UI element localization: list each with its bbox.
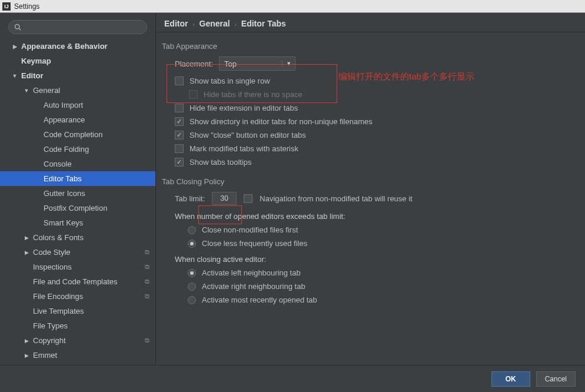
hide-extension-check[interactable]: Hide file extension in editor tabs — [175, 104, 574, 112]
annotation-box-2 — [198, 205, 242, 224]
checkbox-icon — [175, 144, 184, 153]
sidebar-item-postfix-completion[interactable]: Postfix Completion — [0, 201, 155, 215]
breadcrumb-editor[interactable]: Editor — [164, 19, 188, 28]
settings-body: 编辑打开的文件的tab多个多行显示 Tab Appearance Placeme… — [156, 32, 585, 365]
sidebar-item-label: Appearance & Behavior — [21, 42, 108, 51]
hide-extension-label: Hide file extension in editor tabs — [190, 104, 298, 112]
copy-icon: ⧉ — [145, 263, 149, 271]
sidebar-item-label: Gutter Icons — [44, 189, 85, 198]
chevron-right-icon: ▶ — [24, 235, 29, 241]
sidebar-item-appearance[interactable]: Appearance — [0, 112, 155, 127]
content: Editor › General › Editor Tabs 编辑打开的文件的t… — [156, 13, 585, 365]
breadcrumb-general[interactable]: General — [200, 19, 230, 28]
activate-recent-radio[interactable]: Activate most recently opened tab — [188, 295, 574, 304]
svg-line-1 — [19, 28, 21, 30]
tab-limit-input[interactable] — [212, 192, 237, 205]
show-close-label: Show "close" button on editor tabs — [190, 131, 306, 139]
radio-icon — [188, 296, 196, 304]
sidebar-item-file-types[interactable]: File Types — [0, 318, 155, 333]
mark-modified-check[interactable]: Mark modified tabs with asterisk — [175, 144, 574, 153]
activate-recent-label: Activate most recently opened tab — [202, 295, 317, 304]
copy-icon: ⧉ — [145, 293, 149, 300]
chevron-right-icon: ▶ — [24, 353, 29, 358]
close-non-modified-radio[interactable]: Close non-modified files first — [188, 225, 574, 234]
sidebar-item-emmet[interactable]: ▶Emmet — [0, 348, 155, 363]
sidebar-item-label: Inspections — [33, 263, 72, 271]
show-close-check[interactable]: Show "close" button on editor tabs — [175, 131, 574, 139]
sidebar-item-label: Colors & Fonts — [33, 233, 84, 242]
chevron-down-icon: ▼ — [24, 88, 29, 94]
activate-right-label: Activate right neighbouring tab — [202, 282, 305, 291]
mark-modified-label: Mark modified tabs with asterisk — [190, 144, 298, 153]
sidebar: ▶Appearance & BehaviorKeymap▼Editor▼Gene… — [0, 13, 156, 365]
footer: OK Cancel — [0, 365, 585, 392]
sidebar-item-label: Smart Keys — [44, 218, 83, 227]
sidebar-item-editor-tabs[interactable]: Editor Tabs — [0, 171, 155, 186]
sidebar-item-console[interactable]: Console — [0, 157, 155, 171]
sidebar-item-code-style[interactable]: ▶Code Style⧉ — [0, 245, 155, 260]
sidebar-item-label: File Encodings — [33, 292, 83, 301]
window-title: Settings — [14, 2, 39, 11]
sidebar-item-code-folding[interactable]: Code Folding — [0, 142, 155, 157]
sidebar-item-appearance-behavior[interactable]: ▶Appearance & Behavior — [0, 39, 155, 54]
sidebar-item-smart-keys[interactable]: Smart Keys — [0, 215, 155, 230]
sidebar-item-file-and-code-templates[interactable]: File and Code Templates⧉ — [0, 274, 155, 289]
settings-tree: ▶Appearance & BehaviorKeymap▼Editor▼Gene… — [0, 39, 155, 365]
sidebar-item-label: Code Style — [33, 248, 71, 257]
radio-icon — [188, 226, 196, 234]
sidebar-item-label: Code Folding — [44, 145, 89, 154]
checkbox-icon[interactable] — [244, 194, 252, 203]
search-wrap — [0, 18, 155, 39]
show-directory-label: Show directory in editor tabs for non-un… — [190, 117, 373, 126]
show-directory-check[interactable]: Show directory in editor tabs for non-un… — [175, 117, 574, 126]
sidebar-item-code-completion[interactable]: Code Completion — [0, 127, 155, 142]
sidebar-item-label: Keymap — [21, 57, 51, 65]
radio-checked-icon — [188, 240, 196, 248]
sidebar-item-live-templates[interactable]: Live Templates — [0, 304, 155, 318]
cancel-button[interactable]: Cancel — [536, 371, 576, 387]
ok-button[interactable]: OK — [491, 371, 530, 387]
sidebar-item-colors-fonts[interactable]: ▶Colors & Fonts — [0, 230, 155, 245]
activate-left-radio[interactable]: Activate left neighbouring tab — [188, 268, 574, 277]
sidebar-item-label: General — [33, 86, 60, 95]
sidebar-item-label: File Types — [33, 321, 68, 330]
section-tab-appearance: Tab Appearance — [162, 42, 574, 51]
svg-point-0 — [15, 25, 20, 29]
chevron-down-icon: ▼ — [12, 73, 18, 79]
annotation-box-1 — [167, 64, 337, 103]
breadcrumb-editor-tabs[interactable]: Editor Tabs — [241, 19, 286, 28]
sidebar-item-file-encodings[interactable]: File Encodings⧉ — [0, 289, 155, 304]
sidebar-item-inspections[interactable]: Inspections⧉ — [0, 260, 155, 274]
titlebar: IJ Settings — [0, 0, 585, 13]
closing-active-label: When closing active editor: — [175, 255, 574, 264]
annotation-text: 编辑打开的文件的tab多个多行显示 — [338, 71, 474, 82]
chevron-right-icon: ▶ — [12, 44, 18, 49]
close-less-frequent-label: Close less frequently used files — [202, 239, 307, 248]
activate-left-label: Activate left neighbouring tab — [202, 268, 301, 277]
activate-right-radio[interactable]: Activate right neighbouring tab — [188, 282, 574, 291]
chevron-right-icon: ▶ — [24, 250, 29, 255]
show-tooltips-check[interactable]: Show tabs tooltips — [175, 158, 574, 167]
sidebar-item-copyright[interactable]: ▶Copyright⧉ — [0, 333, 155, 348]
sidebar-item-editor[interactable]: ▼Editor — [0, 68, 155, 83]
radio-icon — [188, 283, 196, 291]
sidebar-item-auto-import[interactable]: Auto Import — [0, 98, 155, 112]
sidebar-item-keymap[interactable]: Keymap — [0, 54, 155, 68]
sidebar-item-general[interactable]: ▼General — [0, 83, 155, 98]
close-less-frequent-radio[interactable]: Close less frequently used files — [188, 239, 574, 248]
search-input[interactable] — [8, 20, 147, 34]
chevron-right-icon: › — [192, 21, 194, 28]
sidebar-item-label: Auto Import — [44, 101, 83, 109]
search-icon — [14, 24, 21, 31]
checkbox-checked-icon — [175, 158, 184, 167]
checkbox-checked-icon — [175, 131, 184, 139]
sidebar-item-label: Console — [44, 160, 72, 168]
chevron-right-icon: › — [235, 21, 237, 28]
app-icon: IJ — [2, 2, 11, 11]
breadcrumb: Editor › General › Editor Tabs — [156, 13, 585, 32]
sidebar-item-label: Code Completion — [44, 130, 102, 139]
copy-icon: ⧉ — [145, 337, 149, 344]
sidebar-item-label: File and Code Templates — [33, 277, 118, 286]
sidebar-item-gutter-icons[interactable]: Gutter Icons — [0, 186, 155, 201]
sidebar-item-label: Postfix Completion — [44, 204, 107, 212]
